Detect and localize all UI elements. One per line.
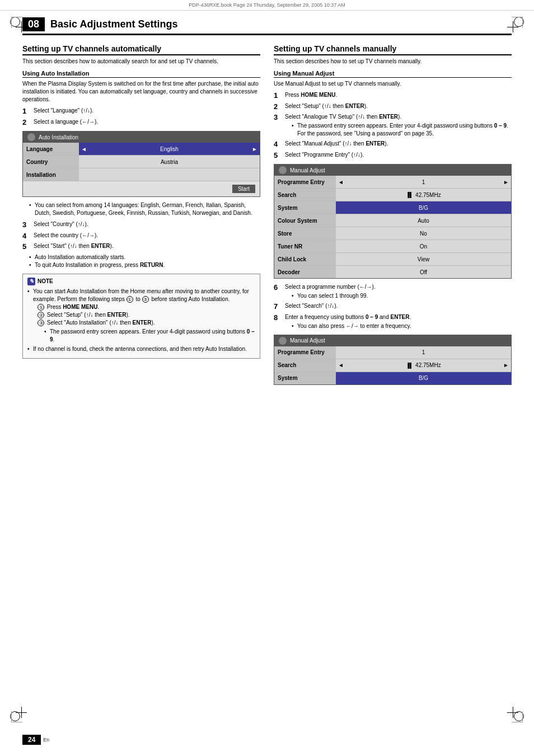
r-step-8-content: Enter a frequency using buttons 0 – 9 an… — [285, 313, 512, 330]
r-step-3-num: 3 — [274, 113, 283, 122]
note-sub-bullets: The password entry screen appears. Enter… — [44, 328, 255, 344]
note-title: ✎ NOTE — [27, 278, 255, 285]
menu-row-language: Language ◄ English ► — [23, 143, 260, 156]
manual-adjust-title-bar-1: Manual Adjust — [274, 165, 511, 176]
manual-adjust-title-1: Manual Adjust — [290, 167, 325, 173]
left-subsection-desc: When the Plasma Display System is switch… — [22, 80, 260, 104]
r-step-6-num: 6 — [274, 283, 283, 292]
ma-row-programme-entry: Programme Entry ◄ 1 ► — [274, 176, 511, 189]
r-step8-bullets: You can also press ←/→ to enter a freque… — [292, 322, 512, 330]
r-step-5-content: Select "Programme Entry" (↑/↓). — [285, 151, 512, 159]
step-5: 5 Select "Start" (↑/↓ then ENTER). — [22, 242, 260, 251]
pe-arrow-left: ◄ — [338, 179, 344, 185]
ma2-label-search: Search — [274, 359, 336, 372]
note-item-2: If no channel is found, check the antenn… — [27, 345, 255, 353]
page-header-text: PDP-436RXE.book Page 24 Thursday, Septem… — [189, 2, 345, 8]
menu-title-bar: Auto Installation — [23, 132, 260, 143]
ma-value-colour: Auto — [336, 214, 511, 227]
r-step-7-num: 7 — [274, 302, 283, 311]
menu-label-country: Country — [23, 156, 79, 168]
manual-menu-icon-2 — [279, 337, 287, 345]
menu-footer: Start — [23, 181, 260, 196]
r-step-8-num: 8 — [274, 313, 283, 322]
ma2-row-system: System B/G — [274, 372, 511, 384]
step-4-content: Select the country (←/→). — [34, 232, 260, 240]
step-1-num: 1 — [22, 107, 31, 116]
r-step8-bullet-1: You can also press ←/→ to enter a freque… — [292, 322, 512, 330]
left-section-title: Setting up TV channels automatically — [22, 44, 260, 55]
ma2-row-search: Search ◄ ▐▌ 42.75MHz ► — [274, 359, 511, 372]
start-button[interactable]: Start — [232, 185, 255, 193]
r-step-5: 5 Select "Programme Entry" (↑/↓). — [274, 151, 512, 160]
step-4-num: 4 — [22, 232, 31, 241]
ma-label-store: Store — [274, 227, 336, 240]
ma-label-search: Search — [274, 189, 336, 201]
page-number: 24 — [22, 735, 41, 745]
chapter-number: 08 — [22, 17, 45, 31]
r-step-5-num: 5 — [274, 151, 283, 160]
arrow-left-icon: ◄ — [81, 146, 87, 152]
ma-label-tuner: Tuner NR — [274, 240, 336, 252]
ma2-search-arrow-left: ◄ — [338, 362, 344, 368]
step5-bullets: Auto Installation automatically starts. … — [29, 253, 260, 269]
ma-row-decoder: Decoder Off — [274, 266, 511, 278]
ma-value-store: No — [336, 227, 511, 240]
left-subsection-title: Using Auto Installation — [22, 70, 260, 78]
ma-row-childlock: Child Lock View — [274, 253, 511, 266]
note-list: You can start Auto Installation from the… — [27, 288, 255, 353]
menu-label-installation: Installation — [23, 168, 79, 181]
r-step3-bullet-1: The password entry screen appears. Enter… — [292, 122, 512, 138]
right-section-title: Setting up TV channels manually — [274, 44, 512, 55]
r-step-4: 4 Select "Manual Adjust" (↑/↓ then ENTER… — [274, 140, 512, 149]
ma2-search-arrow-right: ► — [503, 362, 509, 368]
r-step-1-content: Press HOME MENU. — [285, 91, 512, 99]
right-column: Setting up TV channels manually This sec… — [274, 44, 512, 389]
ma-label-colour: Colour System — [274, 214, 336, 227]
ma-value-programme-entry: ◄ 1 ► — [336, 176, 511, 188]
ma2-value-system: B/G — [336, 372, 511, 384]
language-value: English — [160, 146, 179, 152]
ma-row-search: Search ▐▌ 42.75MHz — [274, 189, 511, 201]
step-2-num: 2 — [22, 118, 31, 127]
ma-value-search: ▐▌ 42.75MHz — [336, 189, 511, 201]
manual-adjust-title-2: Manual Adjust — [290, 337, 325, 344]
ma-value-childlock: View — [336, 253, 511, 265]
note-box: ✎ NOTE You can start Auto Installation f… — [22, 274, 260, 359]
r-step-7: 7 Select "Search" (↑/↓). — [274, 302, 512, 311]
r-step-3: 3 Select "Analogue TV Setup" (↑/↓ then E… — [274, 113, 512, 138]
ma-label-decoder: Decoder — [274, 266, 336, 278]
after-menu-bullets: You can select from among 14 languages: … — [29, 201, 260, 217]
ma-label-childlock: Child Lock — [274, 253, 336, 265]
r-step6-bullets: You can select 1 through 99. — [292, 292, 512, 300]
page-header: PDP-436RXE.book Page 24 Thursday, Septem… — [0, 0, 534, 11]
ma-value-system: B/G — [336, 201, 511, 214]
r-step-2-content: Select "Setup" (↑/↓ then ENTER). — [285, 102, 512, 110]
chapter-header: 08 Basic Adjustment Settings — [22, 17, 512, 35]
ma2-value-search: ◄ ▐▌ 42.75MHz ► — [336, 359, 511, 372]
r-step-4-num: 4 — [274, 140, 283, 149]
pe-arrow-right: ► — [503, 179, 509, 185]
auto-installation-menu: Auto Installation Language ◄ English ► C… — [22, 131, 260, 197]
manual-adjust-menu-1: Manual Adjust Programme Entry ◄ 1 ► Sear… — [274, 164, 512, 279]
step5-bullet-1: Auto Installation automatically starts. — [29, 253, 260, 261]
r-step-6: 6 Select a programme number (←/→). You c… — [274, 283, 512, 300]
menu-icon — [27, 133, 35, 141]
right-section-desc: This section describes how to set up TV … — [274, 58, 512, 65]
step-3-num: 3 — [22, 220, 31, 229]
step-3-content: Select "Country" (↑/↓). — [34, 220, 260, 228]
ma2-label-system: System — [274, 372, 336, 384]
ma-label-programme-entry: Programme Entry — [274, 176, 336, 188]
right-subsection-desc: Use Manual Adjust to set up TV channels … — [274, 80, 512, 88]
manual-menu-icon-1 — [279, 166, 287, 174]
r-step-2: 2 Select "Setup" (↑/↓ then ENTER). — [274, 102, 512, 111]
ma2-value-programme-entry: 1 — [336, 346, 511, 359]
r-step-2-num: 2 — [274, 102, 283, 111]
content-area: Setting up TV channels automatically Thi… — [22, 44, 512, 389]
r-step-3-content: Select "Analogue TV Setup" (↑/↓ then ENT… — [285, 113, 512, 138]
chapter-title: Basic Adjustment Settings — [50, 18, 177, 30]
left-column: Setting up TV channels automatically Thi… — [22, 44, 260, 389]
menu-row-installation: Installation — [23, 168, 260, 181]
manual-adjust-menu-2: Manual Adjust Programme Entry 1 Search ◄… — [274, 335, 512, 385]
r-step-6-content: Select a programme number (←/→). You can… — [285, 283, 512, 300]
step-2: 2 Select a language (←/→). — [22, 118, 260, 127]
